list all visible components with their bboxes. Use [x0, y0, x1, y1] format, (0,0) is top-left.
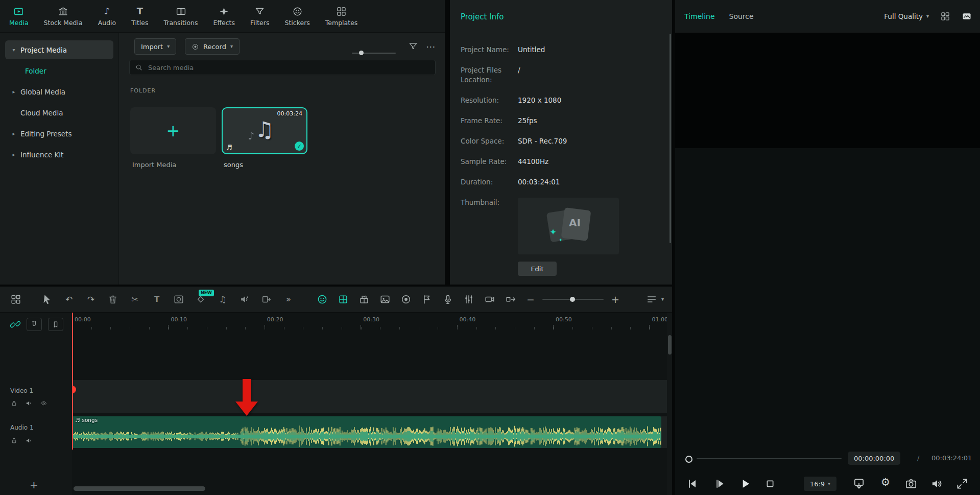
audio-track-name: Audio 1 — [10, 424, 34, 431]
overlay-image-icon[interactable] — [379, 294, 391, 305]
playback-settings-button[interactable]: ⚙ — [879, 477, 892, 490]
slider-knob[interactable] — [359, 51, 364, 55]
split-screen-icon[interactable] — [338, 294, 349, 305]
play-button[interactable] — [738, 477, 752, 490]
auto-ripple-link-icon[interactable] — [10, 319, 20, 329]
mute-speaker-icon[interactable] — [25, 437, 33, 444]
tab-stock-media[interactable]: Stock Media — [44, 6, 83, 27]
motion-icon[interactable] — [261, 294, 272, 305]
project-info-scrollbar[interactable] — [670, 34, 671, 243]
filter-funnel-icon[interactable] — [408, 41, 418, 52]
field-value: 00:03:24:01 — [518, 177, 560, 187]
motion-track-icon[interactable] — [484, 294, 495, 305]
sidebar-item-editing-presets[interactable]: ▸ Editing Presets — [5, 124, 113, 143]
stop-button[interactable] — [763, 477, 777, 490]
playhead[interactable] — [72, 313, 73, 450]
timeline-tracks-area[interactable]: 00:0000:1000:2000:3000:4000:5001:00 ♬son… — [72, 313, 667, 495]
edit-thumbnail-button[interactable]: Edit — [518, 262, 557, 276]
chevron-down-icon[interactable]: ▾ — [661, 297, 664, 302]
video-track-lane[interactable] — [72, 380, 667, 413]
field-row: Color Space:SDR - Rec.709 — [461, 136, 655, 146]
snapshot-button[interactable] — [904, 477, 918, 490]
zoom-in-icon[interactable]: + — [610, 294, 621, 305]
fullscreen-button[interactable] — [955, 477, 969, 490]
field-label: Sample Rate: — [461, 157, 518, 167]
h-scrollbar-thumb[interactable] — [74, 486, 205, 491]
select-cursor-icon[interactable] — [41, 294, 53, 305]
tab-media[interactable]: Media — [9, 6, 29, 27]
audio-mixer-icon[interactable] — [463, 294, 474, 305]
mute-speaker-icon[interactable] — [25, 399, 33, 407]
tab-transitions[interactable]: Transitions — [164, 6, 198, 27]
ripple-edit-icon[interactable] — [505, 294, 516, 305]
voiceover-mic-icon[interactable] — [442, 294, 453, 305]
undo-icon[interactable]: ↶ — [63, 294, 75, 305]
import-button[interactable]: Import ▾ — [134, 38, 176, 55]
tab-label: Filters — [250, 19, 269, 27]
mask-icon[interactable] — [173, 294, 184, 305]
quality-selector[interactable]: Full Quality ▾ — [884, 12, 929, 20]
eye-visibility-icon[interactable] — [40, 399, 47, 407]
gift-effect-icon[interactable] — [358, 294, 370, 305]
tab-templates[interactable]: Templates — [325, 6, 358, 27]
timeline-ruler[interactable]: 00:0000:1000:2000:3000:4000:5001:00 — [72, 313, 667, 329]
toolbox-icon[interactable] — [10, 294, 21, 305]
add-track-button[interactable]: + — [30, 479, 38, 491]
volume-button[interactable] — [930, 477, 943, 490]
aspect-ratio-select[interactable]: 16:9 ▾ — [804, 477, 836, 491]
tab-effects[interactable]: Effects — [213, 6, 235, 27]
tab-stickers[interactable]: Stickers — [284, 6, 309, 27]
field-value: 1920 x 1080 — [518, 96, 561, 105]
prev-frame-button[interactable] — [685, 477, 699, 490]
more-tools-icon[interactable]: » — [283, 294, 294, 305]
seek-track[interactable] — [697, 458, 842, 459]
sidebar-item-global-media[interactable]: ▸ Global Media — [5, 82, 113, 101]
import-media-tile[interactable]: + — [130, 107, 216, 154]
timeline-h-scrollbar[interactable] — [72, 486, 667, 491]
redo-icon[interactable]: ↷ — [85, 294, 97, 305]
thumbnail-size-slider[interactable] — [352, 53, 396, 54]
zoom-out-icon[interactable]: − — [525, 294, 536, 305]
split-scissors-icon[interactable]: ✂ — [129, 294, 140, 305]
beat-detection-icon[interactable]: ♫ — [217, 294, 228, 305]
text-tool-icon[interactable]: T — [151, 294, 162, 305]
snap-magnet-button[interactable] — [27, 318, 42, 331]
sidebar-item-project-media[interactable]: ▾ Project Media — [5, 40, 113, 59]
v-scrollbar-thumb[interactable] — [668, 335, 672, 355]
sidebar-item-folder[interactable]: Folder — [5, 61, 113, 80]
scopes-icon[interactable] — [962, 11, 972, 21]
seek-handle[interactable] — [685, 456, 692, 463]
zoom-slider-knob[interactable] — [570, 297, 575, 302]
audio-clip[interactable]: ♬songs — [72, 416, 661, 448]
keyframe-icon[interactable]: NEW — [195, 294, 206, 305]
project-info-panel: Project Info Project Name:Untitled Proje… — [450, 0, 672, 285]
export-frame-icon — [852, 477, 866, 490]
tab-audio[interactable]: ♪ Audio — [98, 6, 116, 27]
tab-filters[interactable]: Filters — [250, 6, 269, 27]
tab-source[interactable]: Source — [729, 12, 754, 20]
timeline-v-scrollbar[interactable] — [667, 313, 672, 495]
audio-clip-tile[interactable]: 00:03:24 ♪ ♫ ♬ ✓ — [222, 107, 307, 154]
split-view-grid-icon[interactable] — [940, 11, 950, 21]
timeline-zoom-slider[interactable] — [542, 299, 604, 300]
lock-icon[interactable] — [10, 437, 18, 444]
record-screen-icon[interactable] — [400, 294, 412, 305]
export-frame-button[interactable] — [852, 477, 866, 490]
arrow-head — [235, 402, 258, 416]
sidebar-item-cloud-media[interactable]: Cloud Media — [5, 103, 113, 122]
next-frame-button[interactable] — [713, 477, 726, 490]
search-input[interactable] — [147, 63, 430, 72]
delete-icon[interactable] — [107, 294, 118, 305]
lock-icon[interactable] — [10, 399, 18, 407]
tab-timeline[interactable]: Timeline — [684, 12, 715, 20]
sidebar-item-influence-kit[interactable]: ▸ Influence Kit — [5, 145, 113, 164]
marker-list-button[interactable] — [48, 318, 63, 331]
record-button[interactable]: Record ▾ — [185, 38, 240, 55]
tab-label: Media — [9, 19, 29, 27]
more-options-icon[interactable]: ⋯ — [426, 42, 436, 52]
tab-titles[interactable]: T Titles — [131, 6, 148, 27]
emoji-sticker-icon[interactable] — [317, 294, 328, 305]
smart-audio-icon[interactable] — [239, 294, 250, 305]
marker-flag-icon[interactable] — [421, 294, 433, 305]
track-height-icon[interactable] — [646, 294, 657, 305]
